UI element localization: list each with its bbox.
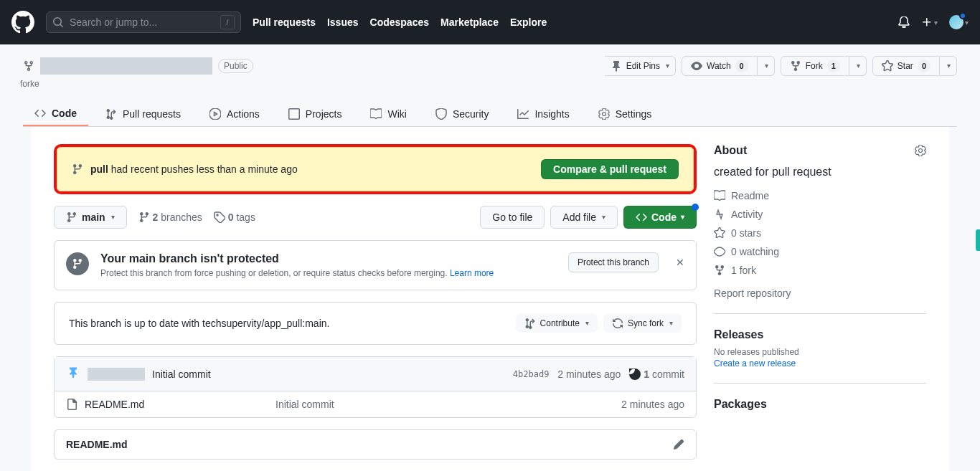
tab-wiki[interactable]: Wiki <box>359 102 418 126</box>
branch-switcher[interactable]: main ▾ <box>54 206 127 229</box>
releases-heading: Releases <box>714 328 926 341</box>
fork-dropdown[interactable]: ▾ <box>849 56 867 76</box>
fork-button[interactable]: Fork 1 <box>781 56 849 76</box>
commit-hash[interactable]: 4b2bad9 <box>513 369 550 379</box>
commit-time: 2 minutes ago <box>557 368 621 380</box>
about-description: created for pull request <box>714 166 926 179</box>
report-repository-link[interactable]: Report repository <box>714 287 926 299</box>
protect-branch-box: Your main branch isn't protected Protect… <box>54 240 697 290</box>
forks-link[interactable]: 1 fork <box>714 265 926 276</box>
add-file-button[interactable]: Add file ▾ <box>550 206 618 229</box>
shield-branch-icon <box>66 252 89 275</box>
branch-icon <box>72 163 83 175</box>
global-header: Search or jump to... / Pull requests Iss… <box>0 0 980 44</box>
repo-tabs: Code Pull requests Actions Projects Wiki… <box>23 102 957 127</box>
file-name[interactable]: README.md <box>85 399 144 410</box>
star-dropdown[interactable]: ▾ <box>940 56 957 76</box>
notifications-icon[interactable] <box>898 16 910 28</box>
tab-pull-requests[interactable]: Pull requests <box>94 102 192 126</box>
sync-fork-button[interactable]: Sync fork ▾ <box>603 314 682 333</box>
search-input[interactable]: Search or jump to... / <box>46 11 241 33</box>
dismiss-protect-button[interactable]: ✕ <box>676 252 684 268</box>
go-to-file-button[interactable]: Go to file <box>480 206 545 229</box>
user-avatar-menu[interactable]: ▾ <box>949 15 969 29</box>
github-logo[interactable] <box>11 11 34 34</box>
commits-count-link[interactable]: 1 commit <box>629 368 684 380</box>
file-commit-time: 2 minutes ago <box>621 399 684 410</box>
tab-security[interactable]: Security <box>424 102 501 126</box>
global-nav: Pull requests Issues Codespaces Marketpl… <box>253 16 547 28</box>
sync-status-text: This branch is up to date with techsuper… <box>69 318 329 329</box>
tab-insights[interactable]: Insights <box>506 102 580 126</box>
readme-link[interactable]: Readme <box>714 190 926 201</box>
branches-link[interactable]: 2 branches <box>138 211 202 223</box>
compare-pr-banner-highlight: pull had recent pushes less than a minut… <box>54 144 697 194</box>
readme-title: README.md <box>66 439 128 450</box>
tab-code[interactable]: Code <box>23 102 88 126</box>
compare-pull-request-button[interactable]: Compare & pull request <box>541 159 679 179</box>
stars-link[interactable]: 0 stars <box>714 227 926 239</box>
edit-pins-button[interactable]: Edit Pins ▾ <box>605 56 676 76</box>
packages-heading: Packages <box>714 398 926 411</box>
search-placeholder: Search or jump to... <box>70 16 157 28</box>
commit-author[interactable] <box>88 368 145 381</box>
nav-codespaces[interactable]: Codespaces <box>370 16 429 28</box>
file-listing-box: Initial commit 4b2bad9 2 minutes ago 1 c… <box>54 356 697 418</box>
nav-marketplace[interactable]: Marketplace <box>440 16 499 28</box>
star-button[interactable]: Star 0 <box>872 56 940 76</box>
side-extension-tab[interactable] <box>976 229 980 251</box>
code-dropdown-button[interactable]: Code ▾ <box>623 206 697 229</box>
nav-issues[interactable]: Issues <box>327 16 359 28</box>
create-new-dropdown[interactable]: ▾ <box>921 16 938 28</box>
watch-button[interactable]: Watch 0 <box>682 56 758 76</box>
protect-branch-button[interactable]: Protect this branch <box>568 252 659 272</box>
banner-text: pull had recent pushes less than a minut… <box>90 163 298 175</box>
tab-actions[interactable]: Actions <box>198 102 271 126</box>
file-commit-msg[interactable]: Initial commit <box>275 399 613 410</box>
about-settings-icon[interactable] <box>915 144 926 157</box>
file-row[interactable]: README.md Initial commit 2 minutes ago <box>55 391 696 417</box>
watching-link[interactable]: 0 watching <box>714 246 926 257</box>
sync-status-box: This branch is up to date with techsuper… <box>54 302 697 345</box>
fork-icon <box>23 60 34 72</box>
nav-explore[interactable]: Explore <box>510 16 547 28</box>
protect-title: Your main branch isn't protected <box>100 252 557 265</box>
watch-dropdown[interactable]: ▾ <box>758 56 775 76</box>
no-releases-text: No releases published <box>714 347 926 357</box>
readme-box: README.md <box>54 429 697 460</box>
edit-readme-button[interactable] <box>673 439 684 450</box>
create-release-link[interactable]: Create a new release <box>714 358 796 368</box>
contribute-button[interactable]: Contribute ▾ <box>516 314 598 333</box>
repo-name[interactable] <box>40 57 212 75</box>
slash-key-hint: / <box>220 15 235 29</box>
tags-link[interactable]: 0 tags <box>214 211 255 223</box>
forked-from-label: forke <box>20 79 957 89</box>
nav-pull-requests[interactable]: Pull requests <box>253 16 316 28</box>
about-heading: About <box>714 144 747 157</box>
author-avatar-icon <box>66 366 80 382</box>
tab-settings[interactable]: Settings <box>587 102 664 126</box>
visibility-badge: Public <box>218 59 253 73</box>
learn-more-link[interactable]: Learn more <box>450 268 494 278</box>
latest-commit-message[interactable]: Initial commit <box>152 368 211 380</box>
file-icon <box>66 399 77 410</box>
tab-projects[interactable]: Projects <box>277 102 354 126</box>
activity-link[interactable]: Activity <box>714 209 926 220</box>
